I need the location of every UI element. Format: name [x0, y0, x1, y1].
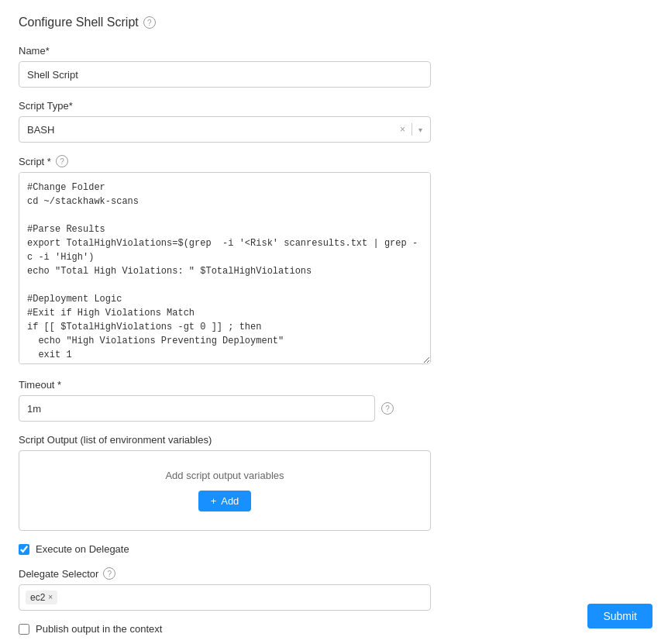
ec2-tag-remove-icon[interactable]: × — [48, 594, 53, 601]
script-output-hint: Add script output variables — [165, 470, 284, 481]
script-type-select-wrapper: BASH × ▾ — [19, 116, 431, 143]
publish-output-label[interactable]: Publish output in the context — [36, 623, 162, 635]
page-title: Configure Shell Script — [19, 15, 139, 29]
add-script-output-button[interactable]: + Add — [198, 491, 252, 511]
submit-button[interactable]: Submit — [587, 604, 653, 629]
publish-output-checkbox[interactable] — [19, 624, 29, 635]
execute-on-delegate-row: Execute on Delegate — [19, 543, 431, 555]
delegate-selector-input[interactable]: ec2 × — [19, 584, 431, 611]
add-icon: + — [211, 495, 217, 507]
script-type-group: Script Type* BASH × ▾ — [19, 100, 431, 143]
select-divider — [411, 123, 412, 136]
delegate-selector-help-icon[interactable]: ? — [103, 567, 115, 580]
script-help-icon[interactable]: ? — [56, 155, 68, 167]
script-type-value: BASH — [27, 124, 400, 136]
script-type-arrow-icon[interactable]: ▾ — [418, 126, 422, 134]
timeout-label: Timeout * — [19, 379, 431, 391]
timeout-help-icon[interactable]: ? — [381, 402, 394, 415]
name-input[interactable] — [19, 61, 431, 88]
delegate-selector-label: Delegate Selector — [19, 568, 98, 580]
script-type-label: Script Type* — [19, 100, 431, 112]
timeout-group: Timeout * ? — [19, 379, 431, 422]
script-output-group: Script Output (list of environment varia… — [19, 434, 431, 531]
execute-on-delegate-label[interactable]: Execute on Delegate — [36, 543, 129, 555]
script-type-select[interactable]: BASH × ▾ — [19, 116, 431, 143]
name-label: Name* — [19, 45, 431, 57]
script-textarea[interactable]: #Change Folder cd ~/stackhawk-scans #Par… — [19, 172, 431, 364]
timeout-input[interactable] — [19, 395, 375, 422]
script-output-label: Script Output (list of environment varia… — [19, 434, 431, 446]
script-label: Script * — [19, 156, 51, 167]
page-title-row: Configure Shell Script ? — [19, 15, 431, 29]
script-type-clear-icon[interactable]: × — [400, 124, 405, 135]
ec2-tag: ec2 × — [26, 591, 57, 604]
delegate-selector-group: Delegate Selector ? ec2 × — [19, 567, 431, 611]
timeout-row: ? — [19, 395, 431, 422]
add-button-label: Add — [221, 495, 239, 507]
title-help-icon[interactable]: ? — [143, 16, 156, 29]
script-group: Script * ? #Change Folder cd ~/stackhawk… — [19, 155, 431, 367]
script-output-box: Add script output variables + Add — [19, 450, 431, 531]
name-group: Name* — [19, 45, 431, 88]
publish-output-row: Publish output in the context — [19, 623, 431, 635]
ec2-tag-label: ec2 — [30, 592, 45, 603]
execute-on-delegate-checkbox[interactable] — [19, 544, 29, 555]
